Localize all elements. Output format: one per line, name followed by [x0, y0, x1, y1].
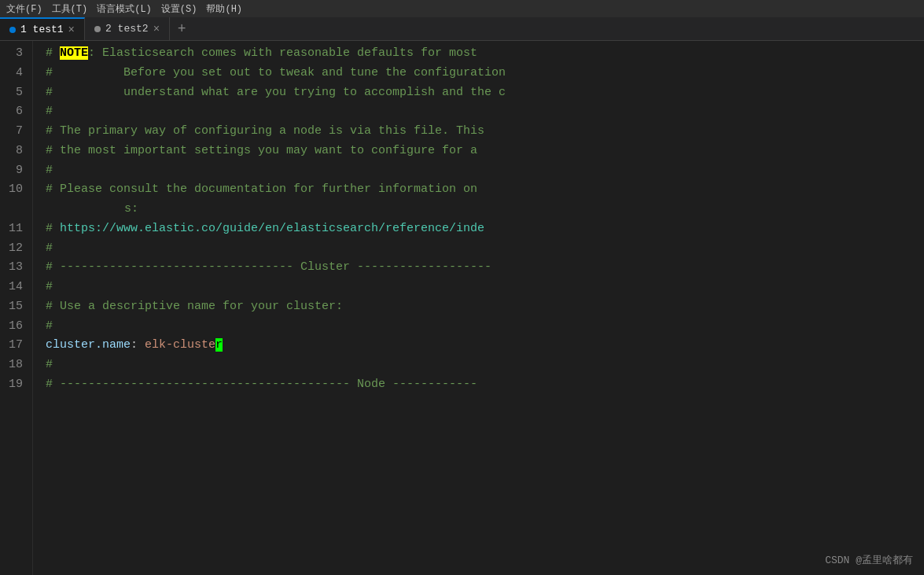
code-line-17: cluster.name: elk-cluster [46, 336, 924, 356]
code-line-5: # understand what are you trying to acco… [46, 83, 924, 103]
tab1-close[interactable]: × [68, 24, 75, 36]
code-line-16: # [46, 317, 924, 337]
tab-test1[interactable]: 1 test1 × [0, 17, 85, 40]
code-line-7: # The primary way of configuring a node … [46, 122, 924, 142]
editor-container: 3 4 5 6 7 8 9 10 11 12 13 14 15 16 17 18… [0, 41, 924, 575]
tab1-label: 1 test1 [20, 24, 64, 35]
menu-settings[interactable]: 设置(S) [161, 2, 197, 16]
code-area[interactable]: # NOTE: Elasticsearch comes with reasona… [33, 41, 924, 575]
tab-add-button[interactable]: + [170, 17, 193, 40]
code-line-6: # [46, 102, 924, 122]
code-line-18: # [46, 356, 924, 375]
menu-file[interactable]: 文件(F) [6, 2, 42, 16]
code-line-9: # [46, 161, 924, 181]
line-numbers: 3 4 5 6 7 8 9 10 11 12 13 14 15 16 17 18… [0, 41, 33, 575]
watermark: CSDN @孟里啥都有 [825, 553, 913, 567]
code-line-10: # Please consult the documentation for f… [46, 180, 924, 200]
code-line-13: # --------------------------------- Clus… [46, 258, 924, 278]
code-line-14: # [46, 278, 924, 297]
code-line-11: # https://www.elastic.co/guide/en/elasti… [46, 219, 924, 239]
code-line-12: # [46, 239, 924, 259]
code-line-15: # Use a descriptive name for your cluste… [46, 297, 924, 317]
tab2-label: 2 test2 [105, 23, 149, 35]
tabs-bar: 1 test1 × 2 test2 × + [0, 17, 924, 41]
code-line-3: # NOTE: Elasticsearch comes with reasona… [46, 44, 924, 64]
tab2-close[interactable]: × [153, 23, 160, 35]
code-line-4: # Before you set out to tweak and tune t… [46, 64, 924, 83]
code-line-8: # the most important settings you may wa… [46, 142, 924, 161]
menu-language[interactable]: 语言模式(L) [97, 2, 152, 16]
code-line-19: # --------------------------------------… [46, 375, 924, 395]
title-bar: 文件(F) 工具(T) 语言模式(L) 设置(S) 帮助(H) [0, 0, 924, 17]
menu-tools[interactable]: 工具(T) [52, 2, 88, 16]
menu-help[interactable]: 帮助(H) [206, 2, 242, 16]
tab-test2[interactable]: 2 test2 × [85, 17, 170, 40]
code-line-10-wrap: s: [46, 200, 924, 219]
